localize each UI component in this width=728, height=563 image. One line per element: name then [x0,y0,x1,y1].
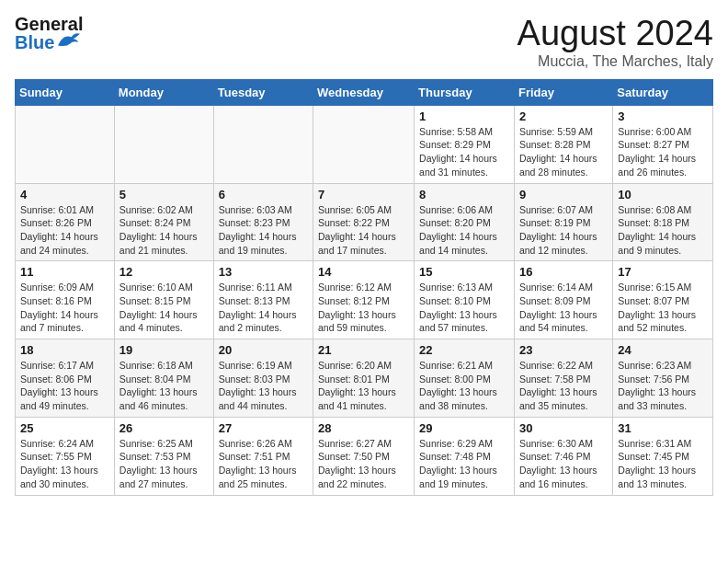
day-number: 3 [618,109,708,123]
day-number: 7 [318,188,409,201]
day-number: 17 [618,265,708,279]
day-number: 13 [219,265,308,279]
day-number: 16 [519,265,608,279]
col-header-friday: Friday [514,79,612,105]
calendar-cell: 12Sunrise: 6:10 AM Sunset: 8:15 PM Dayli… [114,261,213,339]
calendar-cell: 13Sunrise: 6:11 AM Sunset: 8:13 PM Dayli… [213,261,313,339]
calendar-cell: 24Sunrise: 6:23 AM Sunset: 7:56 PM Dayli… [613,339,713,418]
location-title: Muccia, The Marches, Italy [518,53,713,70]
day-detail: Sunrise: 6:18 AM Sunset: 8:04 PM Dayligh… [119,359,209,413]
calendar-cell: 15Sunrise: 6:13 AM Sunset: 8:10 PM Dayli… [415,261,515,339]
day-detail: Sunrise: 6:21 AM Sunset: 8:00 PM Dayligh… [419,359,509,413]
calendar-cell: 28Sunrise: 6:27 AM Sunset: 7:50 PM Dayli… [313,417,415,495]
logo-bird-icon [56,30,82,51]
calendar-cell: 11Sunrise: 6:09 AM Sunset: 8:16 PM Dayli… [16,261,115,339]
calendar-cell: 4Sunrise: 6:01 AM Sunset: 8:26 PM Daylig… [16,183,115,261]
calendar-cell: 19Sunrise: 6:18 AM Sunset: 8:04 PM Dayli… [114,339,213,418]
day-detail: Sunrise: 6:03 AM Sunset: 8:23 PM Dayligh… [219,203,308,258]
title-area: August 2024 Muccia, The Marches, Italy [518,15,713,70]
day-number: 9 [519,188,608,201]
day-number: 1 [419,109,509,123]
header: General Blue August 2024 Muccia, The Mar… [15,15,713,70]
week-row-4: 25Sunrise: 6:24 AM Sunset: 7:55 PM Dayli… [16,417,713,495]
day-number: 14 [318,265,409,279]
day-number: 26 [119,421,209,435]
day-number: 29 [419,421,509,435]
calendar-cell [16,105,115,183]
calendar-cell: 7Sunrise: 6:05 AM Sunset: 8:22 PM Daylig… [313,183,415,261]
day-detail: Sunrise: 6:23 AM Sunset: 7:56 PM Dayligh… [618,359,708,413]
day-number: 5 [119,188,209,201]
day-detail: Sunrise: 5:58 AM Sunset: 8:29 PM Dayligh… [419,125,509,179]
day-number: 27 [219,421,308,435]
calendar-cell: 18Sunrise: 6:17 AM Sunset: 8:06 PM Dayli… [16,339,115,418]
day-number: 21 [318,343,409,357]
day-detail: Sunrise: 6:14 AM Sunset: 8:09 PM Dayligh… [519,281,608,335]
calendar-cell: 5Sunrise: 6:02 AM Sunset: 8:24 PM Daylig… [114,183,213,261]
day-detail: Sunrise: 6:31 AM Sunset: 7:45 PM Dayligh… [618,437,708,491]
calendar-cell [114,105,213,183]
day-number: 30 [519,421,608,435]
month-title: August 2024 [518,15,713,53]
day-number: 6 [219,188,308,201]
day-detail: Sunrise: 6:01 AM Sunset: 8:26 PM Dayligh… [20,203,109,258]
calendar-cell: 23Sunrise: 6:22 AM Sunset: 7:58 PM Dayli… [514,339,612,418]
col-header-monday: Monday [114,79,213,105]
calendar-cell: 22Sunrise: 6:21 AM Sunset: 8:00 PM Dayli… [415,339,515,418]
col-header-tuesday: Tuesday [213,79,313,105]
col-header-saturday: Saturday [613,79,713,105]
col-header-thursday: Thursday [415,79,515,105]
calendar-cell: 1Sunrise: 5:58 AM Sunset: 8:29 PM Daylig… [415,105,515,183]
day-detail: Sunrise: 6:29 AM Sunset: 7:48 PM Dayligh… [419,437,509,491]
day-detail: Sunrise: 6:30 AM Sunset: 7:46 PM Dayligh… [519,437,608,491]
calendar-table: SundayMondayTuesdayWednesdayThursdayFrid… [15,79,713,496]
day-detail: Sunrise: 6:27 AM Sunset: 7:50 PM Dayligh… [318,437,409,491]
day-number: 15 [419,265,509,279]
calendar-cell: 29Sunrise: 6:29 AM Sunset: 7:48 PM Dayli… [415,417,515,495]
calendar-cell: 30Sunrise: 6:30 AM Sunset: 7:46 PM Dayli… [514,417,612,495]
day-detail: Sunrise: 6:02 AM Sunset: 8:24 PM Dayligh… [119,203,209,258]
calendar-cell: 3Sunrise: 6:00 AM Sunset: 8:27 PM Daylig… [613,105,713,183]
calendar-cell: 31Sunrise: 6:31 AM Sunset: 7:45 PM Dayli… [613,417,713,495]
day-detail: Sunrise: 6:17 AM Sunset: 8:06 PM Dayligh… [20,359,109,413]
logo: General Blue [15,15,83,52]
calendar-cell: 27Sunrise: 6:26 AM Sunset: 7:51 PM Dayli… [213,417,313,495]
day-detail: Sunrise: 6:00 AM Sunset: 8:27 PM Dayligh… [618,125,708,179]
calendar-cell [213,105,313,183]
calendar-cell: 2Sunrise: 5:59 AM Sunset: 8:28 PM Daylig… [514,105,612,183]
week-row-3: 18Sunrise: 6:17 AM Sunset: 8:06 PM Dayli… [16,339,713,418]
day-detail: Sunrise: 6:22 AM Sunset: 7:58 PM Dayligh… [519,359,608,413]
day-number: 2 [519,109,608,123]
day-number: 10 [618,188,708,201]
day-detail: Sunrise: 6:11 AM Sunset: 8:13 PM Dayligh… [219,281,308,335]
calendar-cell [313,105,415,183]
calendar-cell: 14Sunrise: 6:12 AM Sunset: 8:12 PM Dayli… [313,261,415,339]
calendar-cell: 10Sunrise: 6:08 AM Sunset: 8:18 PM Dayli… [613,183,713,261]
calendar-cell: 9Sunrise: 6:07 AM Sunset: 8:19 PM Daylig… [514,183,612,261]
day-number: 18 [20,343,109,357]
day-detail: Sunrise: 5:59 AM Sunset: 8:28 PM Dayligh… [519,125,608,179]
calendar-cell: 21Sunrise: 6:20 AM Sunset: 8:01 PM Dayli… [313,339,415,418]
day-detail: Sunrise: 6:24 AM Sunset: 7:55 PM Dayligh… [20,437,109,491]
day-detail: Sunrise: 6:12 AM Sunset: 8:12 PM Dayligh… [318,281,409,335]
day-number: 4 [20,188,109,201]
day-detail: Sunrise: 6:08 AM Sunset: 8:18 PM Dayligh… [618,203,708,258]
day-detail: Sunrise: 6:09 AM Sunset: 8:16 PM Dayligh… [20,281,109,335]
calendar-cell: 6Sunrise: 6:03 AM Sunset: 8:23 PM Daylig… [213,183,313,261]
day-number: 20 [219,343,308,357]
day-detail: Sunrise: 6:13 AM Sunset: 8:10 PM Dayligh… [419,281,509,335]
day-number: 8 [419,188,509,201]
calendar-cell: 16Sunrise: 6:14 AM Sunset: 8:09 PM Dayli… [514,261,612,339]
week-row-0: 1Sunrise: 5:58 AM Sunset: 8:29 PM Daylig… [16,105,713,183]
day-number: 12 [119,265,209,279]
calendar-cell: 25Sunrise: 6:24 AM Sunset: 7:55 PM Dayli… [16,417,115,495]
calendar-cell: 8Sunrise: 6:06 AM Sunset: 8:20 PM Daylig… [415,183,515,261]
calendar-header-row: SundayMondayTuesdayWednesdayThursdayFrid… [16,79,713,105]
day-detail: Sunrise: 6:07 AM Sunset: 8:19 PM Dayligh… [519,203,608,258]
day-number: 24 [618,343,708,357]
day-detail: Sunrise: 6:20 AM Sunset: 8:01 PM Dayligh… [318,359,409,413]
col-header-sunday: Sunday [16,79,115,105]
col-header-wednesday: Wednesday [313,79,415,105]
week-row-2: 11Sunrise: 6:09 AM Sunset: 8:16 PM Dayli… [16,261,713,339]
day-detail: Sunrise: 6:26 AM Sunset: 7:51 PM Dayligh… [219,437,308,491]
